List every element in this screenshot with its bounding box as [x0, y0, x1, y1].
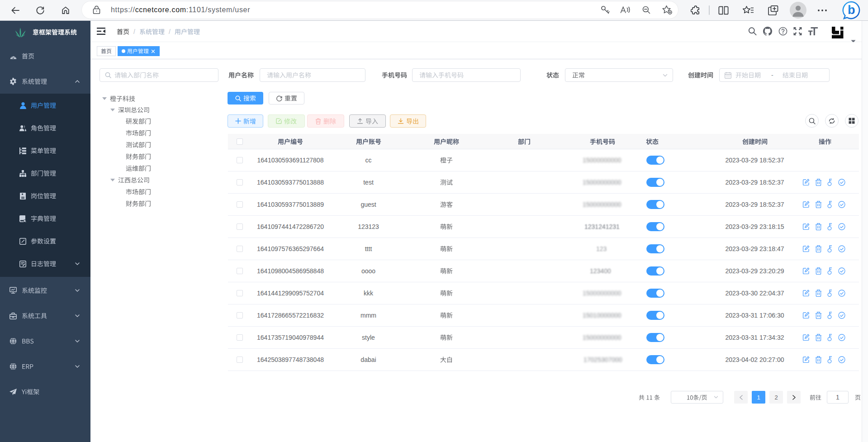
svg-text:b: b [848, 3, 855, 17]
